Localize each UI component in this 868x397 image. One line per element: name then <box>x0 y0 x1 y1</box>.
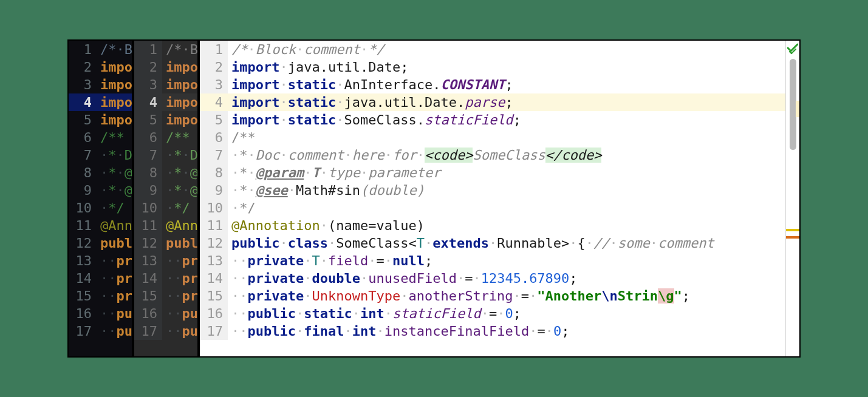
line-code[interactable]: ··private·UnknownType·anotherString·=·"A… <box>228 287 799 305</box>
line-code[interactable]: import·java.util.Date; <box>228 58 799 76</box>
code-line[interactable]: 8·*·@param·T·type·parameter <box>200 164 799 182</box>
line-code[interactable]: ·*·@ <box>97 182 132 199</box>
line-code[interactable]: ··private·T·field·=·null; <box>228 252 799 270</box>
line-code[interactable]: @Ann <box>162 217 198 234</box>
code-line[interactable]: 13··pr <box>69 252 132 270</box>
line-code[interactable]: /*·Block·comment·*/ <box>228 41 799 58</box>
code-line[interactable]: 15··pr <box>134 287 197 305</box>
line-code[interactable]: /** <box>162 129 197 146</box>
line-code[interactable]: ··pr <box>162 252 198 270</box>
line-code[interactable]: /** <box>228 129 799 146</box>
theme-preview-dark-2[interactable]: 1/*·B2impo3impo4impo5impo6/**7·*·D8·*·@9… <box>133 39 199 358</box>
theme-preview-light[interactable]: 1/*·Block·comment·*/2import·java.util.Da… <box>199 39 801 358</box>
code-line[interactable]: 11@Ann <box>69 217 132 234</box>
line-code[interactable]: ··pr <box>97 270 132 287</box>
line-code[interactable]: publ <box>97 234 132 252</box>
line-code[interactable]: impo <box>162 93 198 111</box>
code-line[interactable]: 12publ <box>134 234 197 252</box>
code-line[interactable]: 5import·static·SomeClass.staticField; <box>200 111 799 129</box>
line-code[interactable]: ·*/ <box>97 199 132 217</box>
line-code[interactable]: impo <box>162 58 198 76</box>
line-code[interactable]: ··pu <box>97 322 132 340</box>
code-line[interactable]: 16··pu <box>134 305 197 322</box>
code-line[interactable]: 6/** <box>134 129 197 146</box>
line-code[interactable]: ··pu <box>162 322 198 340</box>
code-line[interactable]: 14··pr <box>134 270 197 287</box>
line-code[interactable]: ·*·Doc·comment·here·for·<code>SomeClass<… <box>228 146 799 164</box>
code-line[interactable]: 1/*·B <box>134 41 197 58</box>
code-line[interactable]: 5impo <box>134 111 197 129</box>
line-code[interactable]: publ <box>162 234 198 252</box>
line-code[interactable]: ·*·@ <box>162 182 198 199</box>
line-code[interactable]: ·*/ <box>228 199 799 217</box>
code-line[interactable]: 9·*·@see·Math#sin(double) <box>200 182 799 199</box>
code-line[interactable]: 15··private·UnknownType·anotherString·=·… <box>200 287 799 305</box>
error-marker[interactable] <box>786 236 799 239</box>
code-line[interactable]: 17··public·final·int·instanceFinalField·… <box>200 322 799 340</box>
code-line[interactable]: 16··public·static·int·staticField·=·0; <box>200 305 799 322</box>
line-code[interactable]: @Ann <box>97 217 132 234</box>
line-code[interactable]: impo <box>162 76 198 93</box>
code-line[interactable]: 1/*·B <box>69 41 132 58</box>
line-code[interactable]: ··pu <box>162 305 198 322</box>
code-line[interactable]: 9·*·@ <box>69 182 132 199</box>
code-line[interactable]: 4import·static·java.util.Date.parse; <box>200 93 799 111</box>
line-code[interactable]: ··pu <box>97 305 132 322</box>
code-line[interactable]: 13··pr <box>134 252 197 270</box>
warning-marker[interactable] <box>786 229 799 231</box>
code-line[interactable]: 1/*·Block·comment·*/ <box>200 41 799 58</box>
code-line[interactable]: 3import·static·AnInterface.CONSTANT; <box>200 76 799 93</box>
line-code[interactable]: import·static·AnInterface.CONSTANT; <box>228 76 799 93</box>
line-code[interactable]: impo <box>97 93 132 111</box>
line-code[interactable]: ··pr <box>162 270 198 287</box>
line-code[interactable]: /*·B <box>97 41 132 58</box>
code-line[interactable]: 14··private·double·unusedField·=·12345.6… <box>200 270 799 287</box>
line-code[interactable]: ··public·static·int·staticField·=·0; <box>228 305 799 322</box>
line-code[interactable]: ··public·final·int·instanceFinalField·=·… <box>228 322 799 340</box>
code-line[interactable]: 13··private·T·field·=·null; <box>200 252 799 270</box>
line-code[interactable]: ·*·D <box>97 146 132 164</box>
line-code[interactable]: /** <box>97 129 132 146</box>
line-code[interactable]: impo <box>97 111 132 129</box>
code-line[interactable]: 7·*·D <box>134 146 197 164</box>
theme-preview-dark-1[interactable]: 1/*·B2impo3impo4impo5impo6/**7·*·D8·*·@9… <box>67 39 133 358</box>
code-line[interactable]: 14··pr <box>69 270 132 287</box>
code-line[interactable]: 7·*·Doc·comment·here·for·<code>SomeClass… <box>200 146 799 164</box>
line-code[interactable]: ·*·@ <box>162 164 198 182</box>
code-line[interactable]: 2impo <box>134 58 197 76</box>
line-code[interactable]: ·*·D <box>162 146 198 164</box>
line-code[interactable]: ·*·@see·Math#sin(double) <box>228 182 799 199</box>
code-line[interactable]: 8·*·@ <box>134 164 197 182</box>
line-code[interactable]: impo <box>97 58 132 76</box>
code-line[interactable]: 11@Annotation·(name=value) <box>200 217 799 234</box>
line-code[interactable]: ·*·@param·T·type·parameter <box>228 164 799 182</box>
code-line[interactable]: 6/** <box>200 129 799 146</box>
code-line[interactable]: 2impo <box>69 58 132 76</box>
line-code[interactable]: ·*·@ <box>97 164 132 182</box>
line-code[interactable]: public·class·SomeClass<T·extends·Runnabl… <box>228 234 799 252</box>
line-code[interactable]: impo <box>97 76 132 93</box>
code-line[interactable]: 10·*/ <box>134 199 197 217</box>
inspection-ok-icon[interactable] <box>787 43 798 54</box>
line-code[interactable]: impo <box>162 111 198 129</box>
line-code[interactable]: import·static·SomeClass.staticField; <box>228 111 799 129</box>
code-line[interactable]: 11@Ann <box>134 217 197 234</box>
code-line[interactable]: 10·*/ <box>69 199 132 217</box>
code-line[interactable]: 16··pu <box>69 305 132 322</box>
code-line[interactable]: 8·*·@ <box>69 164 132 182</box>
code-line[interactable]: 10·*/ <box>200 199 799 217</box>
code-line[interactable]: 4impo <box>69 93 132 111</box>
code-line[interactable]: 9·*·@ <box>134 182 197 199</box>
code-line[interactable]: 3impo <box>69 76 132 93</box>
line-code[interactable]: ·*/ <box>162 199 197 217</box>
line-code[interactable]: import·static·java.util.Date.parse; <box>228 93 799 111</box>
code-line[interactable]: 17··pu <box>69 322 132 340</box>
code-line[interactable]: 17··pu <box>134 322 197 340</box>
code-line[interactable]: 3impo <box>134 76 197 93</box>
code-line[interactable]: 5impo <box>69 111 132 129</box>
code-line[interactable]: 7·*·D <box>69 146 132 164</box>
code-line[interactable]: 2import·java.util.Date; <box>200 58 799 76</box>
code-line[interactable]: 15··pr <box>69 287 132 305</box>
code-line[interactable]: 6/** <box>69 129 132 146</box>
code-line[interactable]: 12public·class·SomeClass<T·extends·Runna… <box>200 234 799 252</box>
